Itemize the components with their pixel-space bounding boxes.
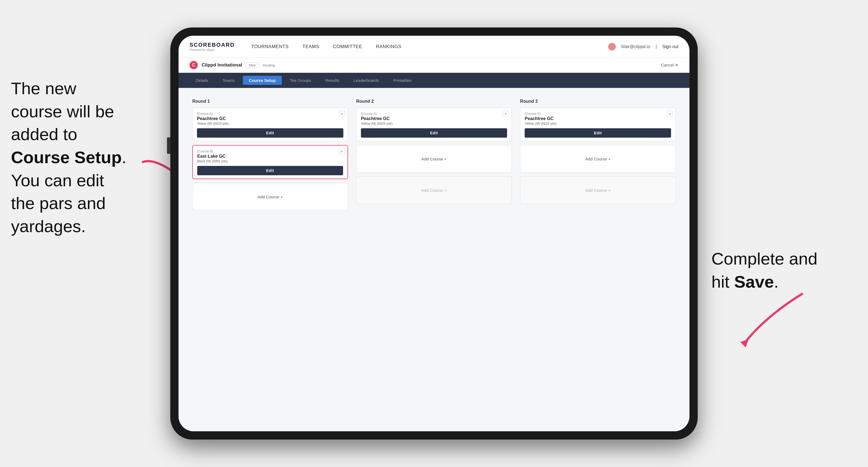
round-1-column: Round 1 (Course A) Peachtree GC Yellow (…: [192, 99, 348, 214]
tournament-bar: C Clippd Invitational Men Hosting Cancel…: [179, 58, 689, 73]
svg-marker-1: [740, 339, 748, 347]
round-3-course-a-inner: (Course A) Peachtree GC Yellow (M) (6629…: [520, 108, 676, 141]
nav-committee[interactable]: COMMITTEE: [333, 44, 362, 50]
round-1-course-a-name: Peachtree GC: [197, 116, 343, 121]
round-2-column: Round 2 (Course A) Peachtree GC Yellow (…: [356, 99, 512, 214]
round-2-title: Round 2: [356, 99, 512, 104]
round-1-course-b-inner: (Course B) East Lake GC Black (M) (6891 …: [193, 146, 347, 179]
round-3-add-course-text-1: Add Course +: [585, 157, 611, 161]
round-1-course-a-edit-button[interactable]: Edit: [197, 128, 343, 137]
round-2-add-course-text-1: Add Course +: [422, 157, 446, 161]
tablet-frame: SCOREBOARD Powered by clippd TOURNAMENTS…: [170, 28, 698, 439]
pipe-separator: |: [656, 44, 657, 49]
cancel-button[interactable]: Cancel ✕: [661, 63, 679, 67]
round-2-course-a-name: Peachtree GC: [361, 116, 507, 121]
round-1-course-a-delete-button[interactable]: ✕: [339, 111, 345, 117]
round-3-title: Round 3: [520, 99, 676, 104]
tab-results[interactable]: Results: [319, 76, 345, 85]
annotation-right-text: Complete andhit Save.: [711, 249, 817, 291]
tab-details[interactable]: Details: [189, 76, 214, 85]
tab-course-setup[interactable]: Course Setup: [243, 76, 282, 85]
round-3-course-a-details: Yellow (M) (6629 yds): [525, 122, 671, 126]
round-3-column: Round 3 (Course A) Peachtree GC Yellow (…: [520, 99, 676, 214]
tab-tee-groups[interactable]: Tee Groups: [284, 76, 317, 85]
round-1-course-a-inner: (Course A) Peachtree GC Yellow (M) (6629…: [192, 108, 348, 141]
brand-sub: Powered by clippd: [189, 48, 235, 51]
round-3-course-a-delete-button[interactable]: ✕: [666, 111, 673, 117]
nav-left: SCOREBOARD Powered by clippd TOURNAMENTS…: [189, 42, 401, 51]
round-1-course-b-edit-button[interactable]: Edit: [197, 166, 343, 175]
round-2-course-a-inner: (Course A) Peachtree GC Yellow (M) (6629…: [356, 108, 512, 141]
tournament-info: C Clippd Invitational Men Hosting: [189, 61, 275, 69]
round-1-course-b-delete-button[interactable]: ✕: [339, 148, 345, 154]
round-2-course-a-card: (Course A) Peachtree GC Yellow (M) (6629…: [356, 108, 512, 141]
round-1-course-a-label: (Course A): [197, 112, 343, 116]
round-1-add-course-card[interactable]: Add Course +: [192, 183, 348, 211]
round-3-course-a-card: (Course A) Peachtree GC Yellow (M) (6629…: [520, 108, 676, 141]
top-nav: SCOREBOARD Powered by clippd TOURNAMENTS…: [179, 36, 689, 58]
tab-printables[interactable]: Printables: [387, 76, 418, 85]
user-avatar: [608, 43, 616, 51]
round-1-course-a-card: (Course A) Peachtree GC Yellow (M) (6629…: [192, 108, 348, 141]
nav-teams[interactable]: TEAMS: [303, 44, 319, 50]
round-1-add-course-text: Add Course +: [257, 194, 283, 199]
tournament-status: Hosting: [263, 63, 275, 67]
round-1-title: Round 1: [192, 99, 348, 104]
tournament-gender: Men: [246, 62, 259, 68]
round-3-course-a-label: (Course A): [525, 112, 671, 116]
round-2-course-a-details: Yellow (M) (6629 yds): [361, 122, 507, 126]
tab-leaderboards[interactable]: Leaderboards: [347, 76, 385, 85]
cancel-area: Cancel ✕: [661, 63, 679, 68]
main-content: Round 1 (Course A) Peachtree GC Yellow (…: [179, 88, 689, 431]
nav-tournaments[interactable]: TOURNAMENTS: [251, 44, 288, 50]
tournament-name: Clippd Invitational: [202, 62, 242, 68]
round-1-course-b-details: Black (M) (6891 yds): [197, 159, 343, 163]
round-3-add-course-text-2: Add Course +: [585, 188, 611, 193]
round-2-course-a-delete-button[interactable]: ✕: [503, 111, 509, 117]
round-3-course-a-name: Peachtree GC: [525, 116, 671, 121]
round-2-add-course-card-1[interactable]: Add Course +: [356, 145, 512, 173]
nav-rankings[interactable]: RANKINGS: [376, 44, 402, 50]
round-1-course-b-name: East Lake GC: [197, 154, 343, 159]
annotation-left-text: The newcourse will beadded toCourse Setu…: [11, 79, 126, 236]
tabs-bar: Details Teams Course Setup Tee Groups Re…: [179, 73, 689, 88]
nav-links: TOURNAMENTS TEAMS COMMITTEE RANKINGS: [251, 44, 401, 50]
nav-right: blair@clippd.io | Sign out: [608, 43, 679, 51]
round-3-add-course-card-1[interactable]: Add Course +: [520, 145, 676, 173]
round-3-course-a-edit-button[interactable]: Edit: [525, 128, 671, 137]
round-2-add-course-card-2: Add Course +: [356, 176, 512, 204]
round-1-course-a-details: Yellow (M) (6629 yds): [197, 122, 343, 126]
round-2-add-course-text-2: Add Course +: [422, 188, 446, 193]
brand-name: SCOREBOARD: [189, 42, 235, 48]
round-1-course-b-card: (Course B) East Lake GC Black (M) (6891 …: [192, 145, 348, 179]
user-email: blair@clippd.io: [621, 44, 650, 49]
tournament-logo: C: [189, 61, 198, 69]
round-2-course-a-label: (Course A): [361, 112, 507, 116]
arrow-right: [728, 288, 799, 343]
round-3-add-course-card-2: Add Course +: [520, 176, 676, 204]
tab-teams[interactable]: Teams: [216, 76, 241, 85]
tablet-screen: SCOREBOARD Powered by clippd TOURNAMENTS…: [179, 36, 689, 431]
sign-out-link[interactable]: Sign out: [662, 44, 679, 49]
round-2-course-a-edit-button[interactable]: Edit: [361, 128, 507, 137]
annotation-right: Complete andhit Save.: [711, 247, 843, 293]
brand-logo: SCOREBOARD Powered by clippd: [189, 42, 235, 51]
rounds-container: Round 1 (Course A) Peachtree GC Yellow (…: [192, 99, 676, 214]
round-1-course-b-label: (Course B): [197, 150, 343, 153]
